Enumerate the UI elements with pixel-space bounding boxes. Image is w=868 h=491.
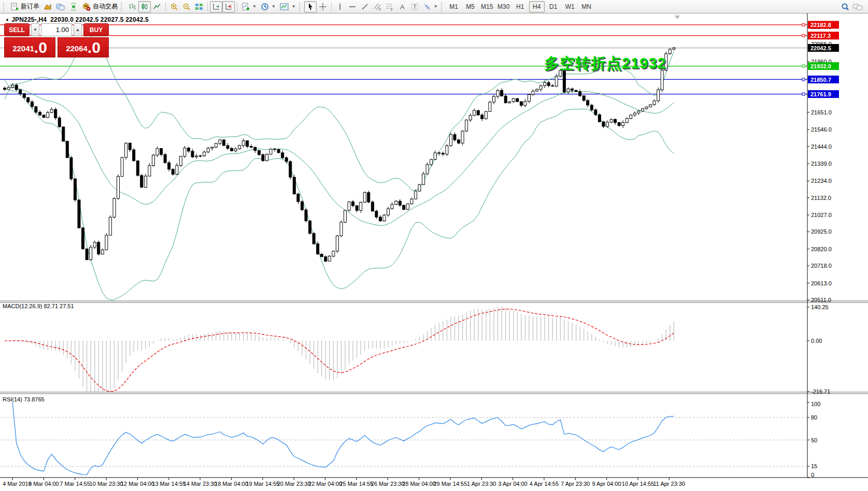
volume-down-button[interactable]: ▼ bbox=[31, 23, 39, 36]
candle[interactable] bbox=[246, 141, 249, 147]
candle[interactable] bbox=[168, 163, 170, 169]
candle[interactable] bbox=[31, 102, 33, 107]
candle[interactable] bbox=[481, 115, 483, 119]
candle[interactable] bbox=[203, 152, 206, 155]
candle[interactable] bbox=[152, 155, 155, 166]
candle[interactable] bbox=[301, 201, 304, 210]
candle[interactable] bbox=[82, 228, 84, 249]
candle[interactable] bbox=[50, 109, 53, 112]
chart-shift-button[interactable] bbox=[222, 1, 235, 12]
candle[interactable] bbox=[27, 97, 30, 102]
candle[interactable] bbox=[536, 89, 538, 91]
candle[interactable] bbox=[391, 205, 393, 209]
candle[interactable] bbox=[238, 146, 241, 149]
candle[interactable] bbox=[207, 148, 209, 152]
candle[interactable] bbox=[352, 202, 354, 206]
equidistant-channel-button[interactable]: E bbox=[371, 1, 383, 12]
buy-price-box[interactable]: 22064.0 bbox=[58, 37, 109, 57]
candle[interactable] bbox=[489, 102, 491, 111]
autotrading-button[interactable]: 自动交易 bbox=[80, 1, 120, 12]
timeframe-MN[interactable]: MN bbox=[579, 1, 594, 12]
candle[interactable] bbox=[622, 123, 624, 126]
auto-scroll-button[interactable] bbox=[210, 1, 222, 12]
volume-input[interactable]: 1.00 bbox=[41, 23, 72, 36]
candle[interactable] bbox=[7, 88, 10, 90]
candle[interactable] bbox=[383, 215, 386, 221]
candle[interactable] bbox=[367, 193, 370, 202]
candle[interactable] bbox=[418, 184, 421, 191]
candle[interactable] bbox=[633, 113, 636, 115]
candle[interactable] bbox=[117, 177, 120, 199]
candle[interactable] bbox=[434, 153, 436, 160]
trendline-button[interactable] bbox=[359, 1, 371, 12]
candle[interactable] bbox=[285, 158, 288, 162]
search-icon[interactable] bbox=[841, 3, 849, 11]
candle[interactable] bbox=[637, 111, 640, 113]
chart-shift-marker[interactable] bbox=[675, 16, 680, 19]
candle[interactable] bbox=[312, 234, 315, 244]
candle[interactable] bbox=[442, 153, 444, 154]
signals-button[interactable] bbox=[67, 1, 80, 12]
fibonacci-button[interactable]: F bbox=[383, 1, 396, 12]
candle[interactable] bbox=[101, 250, 104, 254]
candle[interactable] bbox=[360, 203, 362, 211]
candle[interactable] bbox=[156, 149, 159, 155]
candle[interactable] bbox=[575, 91, 577, 92]
candle[interactable] bbox=[403, 205, 405, 209]
candle[interactable] bbox=[477, 110, 479, 115]
candle[interactable] bbox=[215, 143, 217, 147]
candle[interactable] bbox=[179, 156, 182, 166]
candle[interactable] bbox=[668, 49, 671, 54]
sell-button[interactable]: SELL bbox=[4, 23, 30, 36]
candle[interactable] bbox=[199, 156, 202, 156]
candle[interactable] bbox=[512, 98, 515, 102]
toolbar-grip[interactable] bbox=[299, 2, 302, 11]
candle[interactable] bbox=[129, 143, 131, 150]
candle[interactable] bbox=[587, 100, 589, 105]
candle[interactable] bbox=[387, 209, 390, 215]
candle[interactable] bbox=[336, 236, 338, 251]
candle[interactable] bbox=[657, 90, 660, 100]
line-chart-button[interactable] bbox=[151, 1, 163, 12]
candle[interactable] bbox=[4, 88, 6, 90]
candle[interactable] bbox=[136, 161, 139, 175]
candle[interactable] bbox=[645, 107, 648, 108]
candle[interactable] bbox=[328, 256, 331, 262]
candle[interactable] bbox=[19, 90, 22, 94]
candle[interactable] bbox=[465, 120, 468, 131]
candlestick-button[interactable] bbox=[138, 1, 151, 12]
candle[interactable] bbox=[610, 119, 613, 122]
candle[interactable] bbox=[594, 110, 597, 114]
candlestick-series[interactable] bbox=[4, 47, 675, 262]
candle[interactable] bbox=[532, 91, 534, 95]
candle[interactable] bbox=[293, 177, 295, 194]
candle[interactable] bbox=[58, 118, 61, 127]
timeframe-M30[interactable]: M30 bbox=[496, 1, 511, 12]
candle[interactable] bbox=[125, 143, 127, 157]
candle[interactable] bbox=[571, 89, 574, 91]
candle[interactable] bbox=[121, 157, 123, 177]
candle[interactable] bbox=[222, 140, 225, 146]
candle[interactable] bbox=[297, 194, 300, 202]
candle[interactable] bbox=[598, 114, 601, 122]
candle[interactable] bbox=[148, 166, 151, 177]
candle[interactable] bbox=[211, 147, 214, 148]
candle[interactable] bbox=[544, 82, 546, 85]
line-end-marker[interactable] bbox=[802, 65, 805, 67]
candle[interactable] bbox=[15, 85, 18, 90]
text-button[interactable]: A bbox=[396, 1, 408, 12]
candle[interactable] bbox=[524, 102, 527, 106]
horizontal-line-button[interactable] bbox=[346, 1, 359, 12]
candle[interactable] bbox=[567, 89, 570, 92]
candle[interactable] bbox=[395, 201, 397, 204]
new-order-button[interactable]: 新订单 bbox=[8, 1, 41, 12]
crosshair-button[interactable] bbox=[317, 1, 329, 12]
candle[interactable] bbox=[195, 156, 198, 157]
chat-icon[interactable] bbox=[852, 3, 863, 11]
candle[interactable] bbox=[539, 86, 542, 90]
candle[interactable] bbox=[219, 140, 221, 143]
candle[interactable] bbox=[618, 123, 620, 126]
price-chart[interactable]: 22170.022065.021960.021855.021755.021651… bbox=[0, 0, 868, 491]
candle[interactable] bbox=[673, 48, 675, 50]
candle[interactable] bbox=[93, 242, 96, 247]
